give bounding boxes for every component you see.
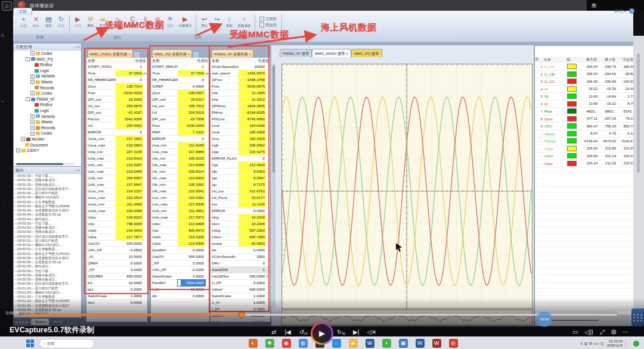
tree-item-Codes[interactable]: +Codes [14, 91, 81, 96]
wechat-icon[interactable]: ◖ [382, 339, 391, 348]
var-row-real_speed[interactable]: real_speed1491.0970 [210, 70, 270, 77]
style-dropdown[interactable]: 样式 ▾ [615, 8, 626, 14]
legend-row-Udcc[interactable]: ...Udcc224.14211.29215.93 [535, 160, 634, 168]
expand-icon[interactable]: + [16, 148, 20, 152]
expand-icon[interactable]: + [30, 74, 35, 79]
tree-item-Variants[interactable]: +Variants [14, 114, 81, 120]
var-row-Udcb[interactable]: Udcb214.3339 [151, 234, 209, 241]
var-row-_KI[interactable]: _KI10.0000 [86, 254, 147, 260]
device-icon[interactable]: ▭ [572, 329, 578, 335]
toolbar-button-保存[interactable]: ▤保存 [43, 15, 54, 28]
var-row-Ucuc_min[interactable]: Ucuc_min214.3157 [86, 188, 147, 195]
pin-app-icon[interactable]: ◉ [282, 339, 291, 348]
var-row-U_KP[interactable]: U_KP0.2000 [210, 280, 270, 286]
maroon-w-icon[interactable]: W [432, 339, 441, 348]
var-row-Uuc_min[interactable]: Uuc_min210.1061 [151, 195, 209, 201]
var-row-Uuc_max[interactable]: Uuc_max217.6508 [151, 201, 209, 208]
legend-row-IC[interactable]: 6IC13.96-15.328.75 [535, 101, 634, 108]
variable-table[interactable]: START_MMCPQ1Time37.7000usFB_HBMMCER...0I… [151, 64, 209, 322]
var-row-ACdrvSpeedSett...[interactable]: ACdrvSpeedSett...20520 [210, 64, 270, 70]
play-button[interactable]: ▶ [311, 322, 333, 345]
var-row-Ucla_max[interactable]: Ucla_max212.8413 [86, 155, 147, 162]
replay-10-icon[interactable]: ↺10 [299, 329, 308, 335]
legend-row-Idcout[interactable]: ...Idcout8.474.796.12 [535, 130, 634, 138]
project-tree[interactable]: +Codes-MMC_PQRtuBoxLogic+Variants+WavesR… [14, 51, 81, 161]
folder-icon[interactable]: ▰ [349, 339, 358, 348]
variable-table[interactable]: START_HVDC1Time37.3600usFB_HBMMCERR...0Q… [86, 64, 147, 322]
var-row-Ud_PIout[interactable]: Ud_PIout43.8177 [210, 195, 270, 201]
tab-mmc-pq-wave[interactable]: MMC_PQ-波形 [351, 49, 382, 57]
tray-green-icon[interactable] [633, 341, 639, 347]
tree-item-Moniter[interactable]: +Moniter [14, 136, 81, 142]
var-row-Ulb_min[interactable]: Ulb_min205.3091 [151, 182, 209, 188]
var-row-QREF[interactable]: QREF0.0000 [86, 260, 147, 267]
expand-icon[interactable]: + [30, 114, 35, 119]
expand-icon[interactable]: + [30, 132, 35, 136]
variable-table[interactable]: ACdrvSpeedSett...20520real_speed1491.097… [210, 64, 270, 322]
var-row-Idcg[interactable]: Idcg10.2026 [210, 214, 270, 221]
close-icon[interactable]: × [188, 52, 190, 56]
volume-icon[interactable]: ◁)) [584, 329, 593, 335]
pin-icon[interactable]: ▪ [75, 45, 76, 49]
expand-icon[interactable]: + [21, 137, 25, 141]
close-icon[interactable]: × [129, 52, 131, 56]
start-button[interactable] [26, 339, 35, 348]
var-row-Uma[interactable]: Uma185.4058 [210, 129, 270, 136]
tree-item-Records[interactable]: Records [14, 85, 81, 91]
green-app-icon[interactable]: ✚ [265, 339, 274, 348]
var-row-Uub_max[interactable]: Uub_max217.5972 [151, 214, 209, 221]
tree-item-Codes[interactable]: +Codes [14, 130, 81, 136]
var-row-Uua_max[interactable]: Uua_max217.8888 [151, 149, 209, 155]
toolbar-button-导出[interactable]: ↩导出 [199, 15, 210, 28]
tree-item-Variants[interactable]: +Variants [14, 73, 81, 79]
var-row-Igb[interactable]: Igb8.8264 [210, 169, 270, 175]
toolbar-button-大屏模式[interactable]: ▶大屏模式 [177, 15, 193, 28]
close-icon[interactable]: ✕ [587, 0, 601, 11]
var-row-QPMvsc[interactable]: QPMvsc1624.3845 [210, 103, 270, 110]
var-row-Uga[interactable]: Uga215.4275 [210, 149, 270, 155]
next-icon[interactable]: ▶| [353, 329, 359, 335]
var-row-kp1[interactable]: kp10.2000 [86, 286, 147, 293]
toolbar-button-更新烧录[interactable]: ↑更新烧录 [236, 15, 252, 28]
var-row-Ud[interactable]: Ud324.5019 [151, 110, 209, 116]
toolbar-button-新建[interactable]: +新建 [18, 15, 29, 28]
tree-item-ZJDKY[interactable]: +ZJDKY [14, 148, 81, 154]
expand-icon[interactable]: + [30, 126, 35, 130]
var-row-ki1[interactable]: ki110.0000 [86, 280, 147, 286]
var-row-Udcref[interactable]: Udcref600.0000 [210, 286, 270, 293]
collapse-icon[interactable]: - [26, 97, 30, 101]
var-row-Qout[interactable]: Qout-108.0527 [151, 90, 209, 96]
toolbar-button-导入[interactable]: ↪导入 [211, 15, 222, 28]
var-row-Ucua_max[interactable]: Ucua_max218.6864 [86, 142, 147, 149]
var-row-Ugc[interactable]: Ugc212.4939 [210, 162, 270, 169]
legend-row-Qout[interactable]: 8Qout577.11-257.2679.19 [535, 116, 634, 123]
expand-icon[interactable]: + [30, 91, 35, 95]
var-row-_KP[interactable]: _KP3.0000 [86, 267, 147, 273]
scrollbar[interactable] [637, 54, 640, 173]
var-row-Ucub_min[interactable]: Ucub_min211.4459 [86, 201, 147, 208]
legend-table[interactable]: 1G_UA294.04-299.79266.962G_UB299.43-294.… [535, 63, 634, 326]
expand-icon[interactable]: + [30, 51, 35, 55]
var-row-Uclc_min[interactable]: Uclc_min212.8287 [86, 162, 147, 169]
tree-item-Codes[interactable]: +Codes [14, 51, 81, 57]
var-row-UAV_KP[interactable]: UAV_KP-0.0200 [151, 267, 209, 273]
legend-row-Pdcout[interactable]: ...Pdcout6135.444673.025116.67 [535, 138, 634, 145]
var-row-Iga[interactable]: Iga9.2947 [210, 175, 270, 182]
var-row-ICREF[interactable]: ICREF0.0000 [151, 83, 209, 90]
red-badge-icon[interactable]: ◎ [449, 339, 458, 348]
var-row-Time[interactable]: Time37.3600us [86, 70, 147, 77]
tab-mmc-pq-varlist[interactable]: MMC_PQ-变量列表× [152, 49, 192, 58]
var-row-Umc[interactable]: Umc183.3018 [210, 136, 270, 142]
var-row-StartDDM[interactable]: StartDDM1 [210, 267, 270, 273]
var-row-UacSESet[interactable]: UacSESet300.0000V [210, 273, 270, 280]
var-row-Udca[interactable]: Udca217.7677 [86, 234, 147, 241]
show-desktop-button[interactable] [626, 339, 632, 348]
var-row-Ucub_max[interactable]: Ucub_max220.9499 [86, 208, 147, 214]
var-row-Udcc[interactable]: Udcc218.8015 [86, 214, 147, 221]
edge-loop-icon[interactable]: ◌ [332, 339, 341, 348]
grid-icon[interactable]: ⊞ [611, 329, 616, 335]
var-row-Time[interactable]: Time37.7000us [151, 70, 209, 77]
h-scrollbar[interactable] [15, 163, 74, 166]
expand-icon[interactable]: + [30, 80, 35, 84]
var-row-Ulc_max[interactable]: Ulc_max213.8432 [151, 175, 209, 182]
